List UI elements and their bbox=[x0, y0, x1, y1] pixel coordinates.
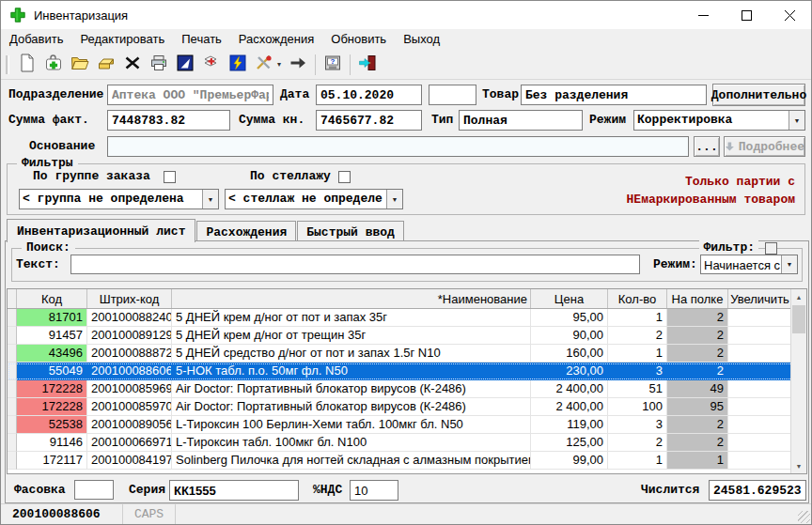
row-gutter bbox=[8, 434, 17, 452]
table-row[interactable]: 172228200100085970Air Doctor: Портативны… bbox=[8, 398, 806, 416]
search-text-input[interactable] bbox=[70, 255, 640, 274]
open-folder-icon bbox=[70, 54, 89, 75]
cell-qty: 2 bbox=[608, 434, 667, 452]
cell-shelf: 2 bbox=[667, 327, 728, 345]
cell-price: 90,00 bbox=[531, 327, 608, 345]
cell-shelf: 2 bbox=[667, 309, 728, 327]
sum-fact-field[interactable] bbox=[107, 110, 230, 131]
preview-button[interactable] bbox=[172, 53, 198, 77]
chevron-down-icon[interactable]: ▼ bbox=[781, 255, 797, 273]
column-header[interactable]: *Наименование bbox=[172, 289, 531, 308]
menu-item[interactable]: Расхождения bbox=[230, 29, 322, 50]
chevron-down-icon[interactable]: ▼ bbox=[202, 190, 218, 208]
table-row[interactable]: 817012001000882405 ДНЕЙ крем д/ног от по… bbox=[8, 309, 806, 327]
new-document-button[interactable] bbox=[14, 53, 40, 77]
tools-dropdown-icon[interactable]: ▾ bbox=[277, 60, 285, 69]
basis-browse-button[interactable]: ... bbox=[694, 136, 720, 157]
open-folder-button[interactable] bbox=[67, 53, 93, 77]
shelf-combobox[interactable]: < стеллаж не определе ▼ bbox=[225, 189, 403, 209]
mode-label: Режим bbox=[589, 110, 626, 131]
packing-field[interactable] bbox=[74, 480, 114, 500]
by-order-group-checkbox[interactable] bbox=[164, 171, 176, 183]
menu-item[interactable]: Добавить bbox=[1, 29, 71, 50]
date-field[interactable] bbox=[316, 85, 422, 105]
menu-item[interactable]: Обновить bbox=[322, 29, 395, 50]
tab-1[interactable]: Расхождения bbox=[196, 221, 296, 242]
department-field[interactable] bbox=[107, 85, 273, 105]
maximize-button[interactable] bbox=[725, 1, 768, 29]
mode-combobox[interactable]: Корректировка ▼ bbox=[633, 110, 805, 131]
minimize-button[interactable] bbox=[681, 1, 725, 29]
product-field[interactable] bbox=[521, 85, 707, 105]
series-field[interactable] bbox=[169, 480, 299, 501]
cell-barcode: 200100085970 bbox=[87, 398, 172, 416]
details-button[interactable]: Подробнее bbox=[724, 136, 805, 157]
add-kit-icon bbox=[44, 54, 63, 75]
tab-active[interactable]: Инвентаризационный лист bbox=[7, 219, 195, 242]
additional-button[interactable]: Дополнительно bbox=[712, 84, 805, 106]
table-row[interactable]: 434962001000888725 ДНЕЙ средство д/ног о… bbox=[8, 345, 806, 363]
search-mode-label: Режим: bbox=[653, 255, 697, 275]
row-gutter bbox=[8, 416, 17, 434]
table-row[interactable]: 91146200100066971L-Тироксин табл. 100мкг… bbox=[8, 434, 806, 452]
copy-add-button[interactable] bbox=[198, 53, 225, 77]
row-gutter bbox=[8, 380, 17, 398]
table-row[interactable]: 914572001000891295 ДНЕЙ крем д/ног от тр… bbox=[8, 327, 806, 345]
cell-shelf: 2 bbox=[667, 345, 728, 363]
cell-barcode: 200100089129 bbox=[87, 327, 172, 345]
type-field[interactable] bbox=[459, 110, 583, 131]
vat-field[interactable] bbox=[350, 480, 398, 501]
cell-qty: 1 bbox=[608, 309, 667, 327]
table-row[interactable]: 550492001000886065-НОК табл. п.о. 50мг ф… bbox=[8, 363, 806, 380]
basis-field[interactable] bbox=[107, 136, 689, 157]
series-label: Серия bbox=[129, 480, 165, 501]
date-extra-field[interactable] bbox=[429, 85, 476, 105]
chevron-down-icon[interactable]: ▼ bbox=[789, 111, 804, 130]
transfer-arrow-button[interactable] bbox=[285, 53, 311, 77]
tab-2[interactable]: Быстрый ввод bbox=[297, 221, 404, 242]
resize-grip[interactable] bbox=[798, 511, 810, 523]
app-window: Инвентаризация ДобавитьРедактироватьПеча… bbox=[0, 0, 812, 525]
search-mode-combobox[interactable]: Начинается с ▼ bbox=[700, 255, 798, 274]
table-row[interactable]: 172228200100085969Air Doctor: Портативны… bbox=[8, 380, 806, 398]
title-bar: Инвентаризация bbox=[1, 1, 811, 29]
menu-item[interactable]: Печать bbox=[173, 29, 230, 50]
chevron-down-icon[interactable]: ▼ bbox=[386, 190, 402, 208]
column-header[interactable]: На полке bbox=[667, 289, 728, 308]
column-header[interactable]: Код bbox=[17, 289, 87, 308]
table-row[interactable]: 52538200100089056L-Тироксин 100 Берлин-Х… bbox=[8, 416, 806, 434]
add-kit-button[interactable] bbox=[40, 53, 67, 77]
column-header[interactable]: Увеличить bbox=[728, 289, 792, 308]
menu-item[interactable]: Редактировать bbox=[71, 29, 173, 50]
order-group-combobox[interactable]: < группа не определена ▼ bbox=[19, 189, 219, 209]
menu-item[interactable]: Выход bbox=[395, 29, 448, 50]
scrollbar-thumb[interactable] bbox=[792, 305, 805, 333]
export-box-button[interactable] bbox=[93, 53, 119, 77]
scroll-up-icon[interactable]: ▲ bbox=[791, 289, 806, 304]
row-gutter bbox=[8, 327, 17, 345]
counted-field[interactable] bbox=[709, 480, 806, 501]
table-row[interactable]: 172117200100084197Solinberg Пилочка для … bbox=[8, 452, 806, 470]
scroll-down-icon[interactable]: ▼ bbox=[791, 458, 806, 473]
sum-book-field[interactable] bbox=[316, 110, 422, 131]
vertical-scrollbar[interactable]: ▲ ▼ bbox=[790, 289, 806, 473]
save-help-button[interactable]: ? bbox=[320, 53, 346, 77]
column-header[interactable]: Штрих-код bbox=[87, 289, 172, 308]
cell-increase bbox=[728, 398, 792, 416]
column-header[interactable]: Кол-во bbox=[608, 289, 667, 308]
exit-door-button[interactable] bbox=[354, 53, 381, 77]
cell-qty: 100 bbox=[608, 398, 667, 416]
cell-increase bbox=[728, 345, 792, 363]
unmarked-goods-warning: Только партии с НЕмаркированным товаром bbox=[627, 173, 795, 208]
close-button[interactable] bbox=[768, 1, 811, 29]
by-shelf-checkbox[interactable] bbox=[338, 171, 351, 183]
toolbar-grip[interactable] bbox=[6, 55, 9, 74]
cell-increase bbox=[728, 416, 792, 434]
filter-checkbox[interactable] bbox=[765, 242, 777, 255]
delete-button[interactable] bbox=[119, 53, 146, 77]
cell-code: 55049 bbox=[17, 363, 87, 380]
tools-button[interactable] bbox=[251, 53, 277, 77]
quick-edit-button[interactable] bbox=[225, 53, 251, 77]
column-header[interactable]: Цена bbox=[531, 289, 608, 308]
print-button[interactable] bbox=[146, 53, 172, 77]
